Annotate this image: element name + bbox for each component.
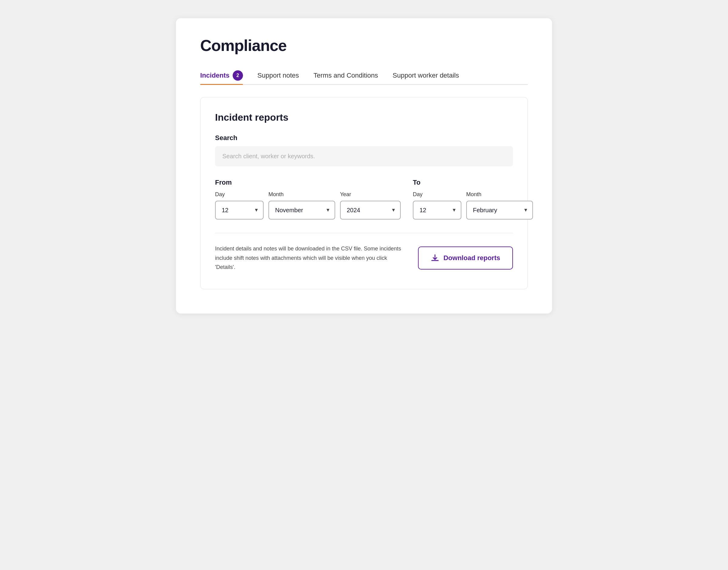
search-input[interactable] [215,146,513,167]
tab-incidents-label: Incidents [200,71,230,79]
from-day-group: Day 12 ▼ [215,191,264,220]
tab-incidents-badge: 2 [233,70,243,81]
from-day-wrapper: 12 ▼ [215,201,264,220]
tab-terms-conditions-label: Terms and Conditions [314,71,378,79]
divider [215,233,513,233]
tab-terms-conditions[interactable]: Terms and Conditions [314,68,378,83]
tab-support-worker-details[interactable]: Support worker details [393,68,459,83]
download-icon [431,254,439,262]
to-month-group: Month February ▼ [466,191,533,220]
section-title: Incident reports [215,112,513,123]
to-label: To [413,179,533,187]
search-label: Search [215,134,513,142]
to-fields: Day 12 ▼ Month February [413,191,533,220]
from-month-wrapper: November ▼ [268,201,335,220]
from-year-label: Year [340,191,401,198]
tabs-nav: Incidents 2 Support notes Terms and Cond… [200,67,528,85]
from-day-label: Day [215,191,264,198]
to-day-wrapper: 12 ▼ [413,201,461,220]
footer-text: Incident details and notes will be downl… [215,244,403,272]
tab-support-notes[interactable]: Support notes [258,68,299,83]
footer-row: Incident details and notes will be downl… [215,244,513,272]
to-day-label: Day [413,191,461,198]
from-fields: Day 12 ▼ Month November [215,191,401,220]
from-year-group: Year 2024 ▼ [340,191,401,220]
content-section: Incident reports Search From Day 12 ▼ [200,97,528,289]
download-reports-button[interactable]: Download reports [418,247,513,270]
to-month-label: Month [466,191,533,198]
tab-incidents[interactable]: Incidents 2 [200,67,243,84]
from-group: From Day 12 ▼ Month [215,179,401,220]
date-filter-row: From Day 12 ▼ Month [215,179,513,221]
from-label: From [215,179,401,187]
from-month-label: Month [268,191,335,198]
to-day-select[interactable]: 12 [413,201,461,220]
to-day-group: Day 12 ▼ [413,191,461,220]
to-month-wrapper: February ▼ [466,201,533,220]
main-card: Compliance Incidents 2 Support notes Ter… [176,18,552,313]
from-day-select[interactable]: 12 [215,201,264,220]
tab-support-worker-details-label: Support worker details [393,71,459,79]
from-year-select[interactable]: 2024 [340,201,401,220]
from-month-select[interactable]: November [268,201,335,220]
from-year-wrapper: 2024 ▼ [340,201,401,220]
from-month-group: Month November ▼ [268,191,335,220]
to-month-select[interactable]: February [466,201,533,220]
tab-support-notes-label: Support notes [258,71,299,79]
page-title: Compliance [200,36,528,55]
download-reports-label: Download reports [444,254,500,262]
to-group: To Day 12 ▼ Month [413,179,533,221]
